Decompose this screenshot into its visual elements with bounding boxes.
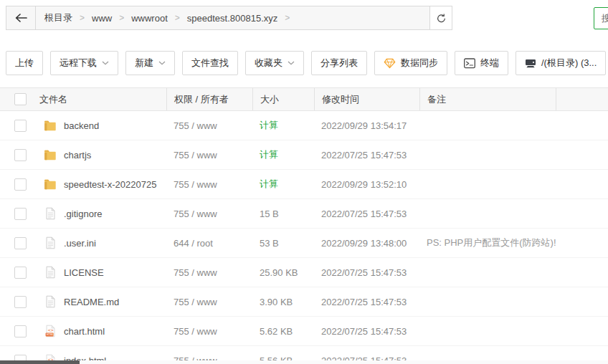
row-checkbox-cell xyxy=(0,178,34,191)
table-row: speedtest-x-20220725 755 / www 计算 2022/0… xyxy=(0,170,608,199)
upload-label: 上传 xyxy=(15,57,34,70)
horizontal-scrollbar-track xyxy=(0,360,608,364)
file-name[interactable]: chartjs xyxy=(64,150,91,161)
table-row: backend 755 / www 计算 2022/09/29 13:54:17 xyxy=(0,111,608,140)
horizontal-scrollbar-thumb[interactable] xyxy=(0,360,80,364)
row-checkbox-cell xyxy=(0,120,34,132)
file-mtime: 2022/09/29 13:54:17 xyxy=(314,120,419,131)
terminal-label: 终端 xyxy=(480,57,499,70)
file-size: 25.90 KB xyxy=(252,267,314,278)
remote-download-label: 远程下载 xyxy=(60,57,97,70)
back-arrow-icon xyxy=(14,13,27,23)
row-checkbox[interactable] xyxy=(14,325,27,337)
file-toolbar: 上传 远程下载 新建 文件查找 收藏夹 分享列表 数据同步 终端 /(根目录) … xyxy=(6,51,606,75)
terminal-button[interactable]: 终端 xyxy=(455,51,508,75)
file-size: 3.90 KB xyxy=(252,297,314,307)
file-name[interactable]: README.md xyxy=(64,297,119,307)
data-sync-label: 数据同步 xyxy=(401,57,438,70)
file-permission: 755 / www xyxy=(166,179,252,190)
new-label: 新建 xyxy=(135,57,153,70)
data-sync-button[interactable]: 数据同步 xyxy=(374,51,447,75)
disk-icon xyxy=(525,58,536,69)
row-checkbox[interactable] xyxy=(14,149,27,161)
table-header: 文件名 权限 / 所有者 大小 修改时间 备注 xyxy=(0,87,608,111)
calc-size-link[interactable]: 计算 xyxy=(252,119,314,132)
file-search-label: 文件查找 xyxy=(191,57,229,70)
chevron-down-icon xyxy=(102,61,109,65)
html-file-icon xyxy=(43,324,57,338)
row-checkbox[interactable] xyxy=(14,208,27,220)
file-name-cell[interactable]: .user.ini xyxy=(34,236,166,250)
header-mtime: 修改时间 xyxy=(314,88,419,110)
file-icon xyxy=(43,294,57,309)
file-name[interactable]: chart.html xyxy=(64,326,105,337)
breadcrumb-item-wwwroot[interactable]: wwwroot xyxy=(131,13,168,24)
header-size: 大小 xyxy=(252,88,314,110)
file-mtime: 2022/07/25 15:47:53 xyxy=(314,267,419,278)
terminal-icon xyxy=(464,58,475,69)
file-icon xyxy=(43,265,57,279)
upload-button[interactable]: 上传 xyxy=(6,51,43,75)
file-mtime: 2022/07/25 15:47:53 xyxy=(314,297,419,307)
folder-icon xyxy=(43,177,57,191)
breadcrumb-bar: 根目录 > www > wwwroot > speedtest.800815.x… xyxy=(6,6,430,30)
file-icon xyxy=(43,236,57,250)
refresh-icon xyxy=(436,13,447,24)
file-name[interactable]: .gitignore xyxy=(64,209,102,219)
share-list-label: 分享列表 xyxy=(320,57,358,70)
file-permission: 755 / www xyxy=(166,267,252,278)
favorites-button[interactable]: 收藏夹 xyxy=(245,51,304,75)
calc-size-link[interactable]: 计算 xyxy=(252,178,314,191)
table-row: .gitignore 755 / www 15 B 2022/07/25 15:… xyxy=(0,199,608,229)
table-row: LICENSE 755 / www 25.90 KB 2022/07/25 15… xyxy=(0,258,608,287)
file-name-cell[interactable]: chartjs xyxy=(34,148,166,162)
file-name-cell[interactable]: LICENSE xyxy=(34,265,166,279)
folder-icon xyxy=(43,148,57,162)
file-name[interactable]: speedtest-x-20220725 xyxy=(64,179,156,190)
row-checkbox-cell xyxy=(0,237,34,249)
breadcrumb: 根目录 > www > wwwroot > speedtest.800815.x… xyxy=(36,6,305,29)
row-checkbox[interactable] xyxy=(14,237,27,249)
search-button[interactable]: 搜 xyxy=(594,7,608,29)
row-checkbox-cell xyxy=(0,325,34,337)
top-navigation-bar: 根目录 > www > wwwroot > speedtest.800815.x… xyxy=(6,6,452,30)
file-mtime: 2022/07/25 15:47:53 xyxy=(314,150,419,161)
row-checkbox[interactable] xyxy=(14,178,27,191)
file-name-cell[interactable]: chart.html xyxy=(34,324,166,338)
file-name[interactable]: LICENSE xyxy=(64,267,104,278)
disk-selector-button[interactable]: /(根目录) (3... xyxy=(516,51,606,75)
calc-size-link[interactable]: 计算 xyxy=(252,148,314,161)
breadcrumb-separator: > xyxy=(175,13,180,23)
share-list-button[interactable]: 分享列表 xyxy=(311,51,367,75)
file-name-cell[interactable]: README.md xyxy=(34,294,166,309)
file-note: PS: PHP用户配置文件(防跨站)! xyxy=(419,236,556,249)
favorites-label: 收藏夹 xyxy=(255,57,282,70)
breadcrumb-item-root[interactable]: 根目录 xyxy=(44,11,72,24)
file-name-cell[interactable]: .gitignore xyxy=(34,206,166,221)
back-button[interactable] xyxy=(6,6,36,29)
file-permission: 755 / www xyxy=(166,150,252,161)
file-size: 5.62 KB xyxy=(252,326,314,337)
file-search-button[interactable]: 文件查找 xyxy=(182,51,238,75)
file-name-cell[interactable]: backend xyxy=(34,118,166,133)
row-checkbox-cell xyxy=(0,149,34,161)
select-all-checkbox[interactable] xyxy=(14,93,27,105)
file-permission: 755 / www xyxy=(166,209,252,219)
row-checkbox[interactable] xyxy=(14,120,27,132)
file-name-cell[interactable]: speedtest-x-20220725 xyxy=(34,177,166,191)
breadcrumb-separator: > xyxy=(285,13,290,23)
file-permission: 644 / root xyxy=(166,238,252,249)
new-button[interactable]: 新建 xyxy=(125,51,175,75)
breadcrumb-item-site[interactable]: speedtest.800815.xyz xyxy=(187,13,277,24)
file-name[interactable]: .user.ini xyxy=(64,238,96,249)
table-row: README.md 755 / www 3.90 KB 2022/07/25 1… xyxy=(0,287,608,317)
refresh-button[interactable] xyxy=(429,6,452,30)
chevron-down-icon xyxy=(158,61,166,65)
row-checkbox[interactable] xyxy=(14,267,27,279)
file-mtime: 2022/07/25 15:47:53 xyxy=(314,326,419,337)
breadcrumb-item-www[interactable]: www xyxy=(92,13,112,24)
remote-download-button[interactable]: 远程下载 xyxy=(50,51,118,75)
row-checkbox[interactable] xyxy=(14,296,27,308)
file-permission: 755 / www xyxy=(166,297,252,307)
file-name[interactable]: backend xyxy=(64,120,99,131)
